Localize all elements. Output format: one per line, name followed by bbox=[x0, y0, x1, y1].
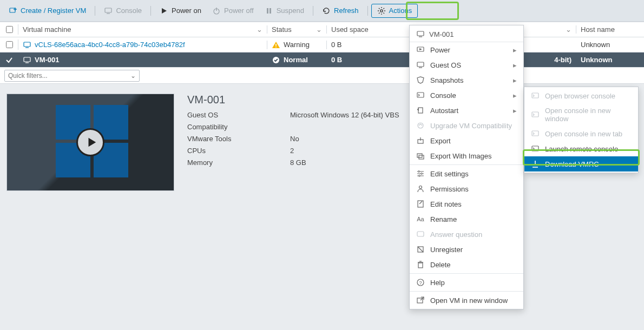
menu-item-label: Power bbox=[430, 46, 450, 54]
menu-item-console[interactable]: Console▸ bbox=[410, 88, 523, 103]
menu-item-snapshots[interactable]: Snapshots▸ bbox=[410, 72, 523, 88]
svg-rect-16 bbox=[24, 57, 30, 62]
power-off-button[interactable]: Power off bbox=[207, 4, 259, 17]
filters-row: Quick filters... ⌄ bbox=[0, 68, 644, 84]
menu-item-label: Upgrade VM Compatibility bbox=[430, 122, 512, 130]
delete-icon bbox=[416, 260, 425, 269]
menu-item-edit-settings[interactable]: Edit settings bbox=[410, 166, 523, 181]
svg-point-34 bbox=[419, 175, 420, 177]
create-register-vm-button[interactable]: Create / Register VM bbox=[3, 4, 91, 17]
menu-item-export[interactable]: Export bbox=[410, 133, 523, 148]
question-icon bbox=[416, 230, 425, 239]
menu-item-label: Console bbox=[430, 91, 456, 100]
vm-icon bbox=[23, 41, 31, 49]
refresh-button[interactable]: Refresh bbox=[317, 4, 364, 17]
chevron-right-icon: ▸ bbox=[513, 91, 517, 100]
svg-line-47 bbox=[420, 297, 424, 300]
svg-rect-38 bbox=[417, 232, 424, 236]
menu-item-rename[interactable]: AaRename bbox=[410, 212, 523, 227]
toolbar: Create / Register VM Console Power on Po… bbox=[0, 0, 644, 22]
select-all-checkbox[interactable] bbox=[6, 26, 13, 33]
actions-menu: VM-001 Power▸Guest OS▸Snapshots▸Console▸… bbox=[409, 25, 524, 309]
svg-line-40 bbox=[418, 247, 423, 252]
suspend-button[interactable]: Suspend bbox=[259, 4, 310, 17]
col-vm-header[interactable]: Virtual machine⌄ bbox=[18, 25, 267, 34]
svg-text:?: ? bbox=[419, 280, 422, 286]
chevron-right-icon: ▸ bbox=[513, 76, 517, 84]
menu-item-open-vm-in-new-window[interactable]: Open VM in new window bbox=[410, 293, 523, 308]
table-row[interactable]: vCLS-68e56aca-4bc0-4cc8-a79b-74c03eb4782… bbox=[0, 37, 644, 52]
menu-item-delete[interactable]: Delete bbox=[410, 257, 523, 272]
power-icon bbox=[416, 45, 425, 54]
console-icon bbox=[104, 6, 113, 15]
svg-point-35 bbox=[419, 186, 422, 189]
svg-rect-27 bbox=[418, 108, 423, 113]
svg-marker-19 bbox=[89, 138, 96, 147]
svg-rect-15 bbox=[275, 47, 277, 48]
svg-rect-41 bbox=[418, 263, 423, 268]
menu-item-label: Rename bbox=[430, 215, 457, 223]
chevron-right-icon: ▸ bbox=[513, 61, 517, 69]
menu-item-label: Delete bbox=[430, 261, 451, 269]
svg-rect-48 bbox=[532, 93, 538, 98]
chevron-right-icon: ▸ bbox=[513, 107, 517, 115]
menu-item-help[interactable]: ?Help bbox=[410, 275, 523, 290]
menu-item-autostart[interactable]: Autostart▸ bbox=[410, 103, 523, 118]
autostart-icon bbox=[416, 106, 425, 115]
refresh-icon bbox=[322, 6, 331, 15]
console-icon bbox=[531, 91, 540, 100]
menu-item-edit-notes[interactable]: Edit notes bbox=[410, 196, 523, 212]
menu-item-permissions[interactable]: Permissions bbox=[410, 181, 523, 196]
row-checkbox[interactable] bbox=[6, 41, 13, 48]
menu-item-guest-os[interactable]: Guest OS▸ bbox=[410, 57, 523, 72]
menu-item-label: Answer question bbox=[430, 230, 482, 239]
col-status-header[interactable]: Status⌄ bbox=[267, 25, 327, 34]
col-used-header[interactable]: Used space bbox=[327, 25, 410, 34]
vm-name-link[interactable]: VM-001 bbox=[35, 56, 60, 64]
vm-thumbnail[interactable] bbox=[6, 94, 174, 191]
svg-rect-24 bbox=[417, 62, 424, 67]
menu-item-label: Open console in new tab bbox=[545, 130, 622, 138]
svg-rect-0 bbox=[10, 8, 15, 12]
menu-item-label: Open console in new window bbox=[545, 107, 632, 123]
normal-icon bbox=[272, 56, 280, 64]
prop-key: VMware Tools bbox=[187, 133, 290, 145]
menu-item-launch-remote-console[interactable]: Launch remote console bbox=[524, 141, 638, 156]
prop-key: CPUs bbox=[187, 145, 290, 157]
svg-rect-14 bbox=[275, 44, 277, 46]
menu-item-export-with-images[interactable]: Export With Images bbox=[410, 148, 523, 163]
checkmark-icon[interactable] bbox=[5, 56, 14, 64]
console-icon bbox=[531, 110, 540, 119]
console-button[interactable]: Console bbox=[98, 4, 147, 17]
quick-filters-select[interactable]: Quick filters... ⌄ bbox=[4, 70, 140, 82]
chevron-down-icon: ⌄ bbox=[130, 72, 136, 80]
play-overlay-icon[interactable] bbox=[76, 128, 104, 156]
vm-grid: Virtual machine⌄ Status⌄ Used space ⌄ Ho… bbox=[0, 22, 644, 84]
menu-item-power[interactable]: Power▸ bbox=[410, 42, 523, 57]
menu-item-label: Autostart bbox=[430, 107, 458, 115]
menu-item-label: Edit settings bbox=[430, 170, 469, 178]
svg-marker-5 bbox=[162, 8, 167, 14]
menu-item-label: Unregister bbox=[430, 246, 463, 254]
menu-item-label: Guest OS bbox=[430, 61, 461, 69]
menu-item-label: Launch remote console bbox=[545, 145, 618, 153]
export-img-icon bbox=[416, 151, 425, 160]
actions-button[interactable]: Actions bbox=[371, 4, 418, 18]
menu-item-label: Help bbox=[430, 279, 445, 287]
prop-key: Guest OS bbox=[187, 109, 290, 121]
rename-icon: Aa bbox=[416, 215, 425, 223]
menu-item-label: Open browser console bbox=[545, 92, 615, 100]
help-icon: ? bbox=[416, 278, 425, 287]
vm-name-link[interactable]: vCLS-68e56aca-4bc0-4cc8-a79b-74c03eb4782… bbox=[35, 41, 185, 49]
col-host-header[interactable]: Host name bbox=[576, 25, 644, 34]
play-icon bbox=[160, 6, 168, 15]
svg-point-32 bbox=[418, 171, 420, 173]
prop-key: Memory bbox=[187, 157, 290, 169]
menu-item-unregister[interactable]: Unregister bbox=[410, 242, 523, 257]
svg-marker-23 bbox=[419, 48, 422, 50]
table-row[interactable]: VM-001 Normal 0 B 4-bit) Unknown bbox=[0, 52, 644, 68]
vm-icon bbox=[23, 56, 31, 64]
power-on-button[interactable]: Power on bbox=[154, 4, 207, 17]
menu-item-download-vmrc[interactable]: Download VMRC bbox=[524, 156, 638, 171]
vm-icon bbox=[416, 30, 425, 38]
